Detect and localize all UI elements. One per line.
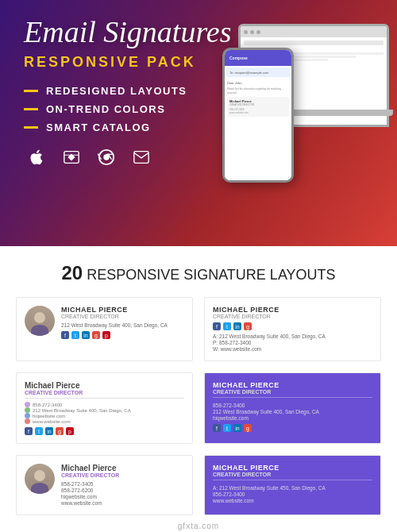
website-dot-3	[25, 413, 30, 418]
sig-info-3: Michael Pierce CREATIVE DIRECTOR 858-272…	[25, 381, 184, 435]
chrome-icon	[94, 145, 119, 170]
feature-bullet-2	[24, 108, 38, 110]
google-icon-4: g	[244, 424, 252, 432]
signatures-grid: MICHAEL PIERCE Creative Director 212 Wes…	[16, 297, 381, 515]
hero-subtitle: RESPONSIVE PACK	[24, 54, 373, 71]
signature-card-5: Michael Pierce CREATIVE DIRECTOR 858-272…	[16, 455, 193, 515]
sig-info-2: MICHAEL PIERCE Creative Director f t in …	[213, 306, 372, 352]
sig-socials-1: f t in g p	[61, 331, 184, 339]
sig-name-5: Michael Pierce	[61, 464, 184, 472]
feature-bullet-3	[24, 126, 38, 129]
feature-label-2: ON-TREND COLORS	[46, 103, 165, 115]
linkedin-icon-4: in	[233, 424, 241, 432]
sig-phone-3: 858-272-3400	[33, 403, 62, 407]
main-content: 20 RESPONSIVE SIGNATURE LAYOUTS MICHAEL …	[0, 246, 397, 532]
linkedin-icon-1: in	[82, 331, 90, 339]
sig-phone2-5: 858-272-6200	[61, 488, 184, 493]
sig-website-6: www.website.com	[213, 498, 372, 503]
sig-role-5: CREATIVE DIRECTOR	[61, 472, 184, 478]
sig-role-1: Creative Director	[61, 314, 184, 319]
sig-socials-4: f t in g	[213, 424, 372, 432]
sig-website2-3: www.website.com	[33, 419, 71, 424]
feature-label-3: SMART CATALOG	[46, 121, 151, 133]
facebook-icon-2: f	[213, 322, 221, 330]
section-description: RESPONSIVE SIGNATURE LAYOUTS	[87, 267, 335, 283]
svg-rect-3	[134, 151, 148, 163]
linkedin-icon-2: in	[233, 322, 241, 330]
outlook-icon	[59, 145, 84, 170]
hero-title: Email Signatures	[24, 16, 373, 49]
sig-role-3: CREATIVE DIRECTOR	[25, 390, 184, 399]
avatar-head-5	[34, 470, 45, 481]
sig-role-4: CREATIVE DIRECTOR	[213, 389, 372, 398]
section-title: 20 RESPONSIVE SIGNATURE LAYOUTS	[16, 262, 381, 284]
sig-website-2: W: www.website.com	[213, 346, 372, 352]
hero-feature-1: REDESIGNED LAYOUTS	[24, 85, 373, 97]
google-icon-3: g	[56, 427, 64, 435]
phone-dot-3	[25, 402, 30, 407]
google-icon-1: g	[92, 331, 100, 339]
sig-card-inner-5: Michael Pierce CREATIVE DIRECTOR 858-272…	[25, 464, 184, 507]
section-count: 20	[61, 262, 83, 283]
sig-address-1: 212 West Broadway Suite 400, San Diego, …	[61, 322, 184, 328]
apple-icon	[24, 145, 49, 170]
sig-address-3: 212 West Broadway Suite 400, San Diego, …	[33, 408, 131, 413]
sig-address-4: 212 West Broadway Suite 400, San Diego, …	[213, 409, 372, 414]
signature-card-6: Michael Pierce CREATIVE DIRECTOR A: 212 …	[204, 455, 381, 515]
signature-card-3: Michael Pierce CREATIVE DIRECTOR 858-272…	[16, 372, 193, 444]
sig-name-6: Michael Pierce	[213, 464, 372, 472]
sig-phone-4: 858-272-3400	[213, 403, 372, 408]
google-icon-2: g	[244, 322, 252, 330]
signature-card-4: Michael Pierce CREATIVE DIRECTOR 858-272…	[204, 372, 381, 444]
sig-website2-row-3: www.website.com	[25, 418, 184, 424]
sig-socials-2: f t in g	[213, 322, 372, 330]
website2-dot-3	[25, 418, 30, 424]
gmail-icon	[129, 145, 154, 170]
watermark-text: gfxta.com	[16, 522, 381, 530]
signature-card-1: MICHAEL PIERCE Creative Director 212 Wes…	[16, 297, 193, 361]
hero-feature-3: SMART CATALOG	[24, 121, 373, 133]
feature-label-1: REDESIGNED LAYOUTS	[46, 85, 187, 97]
sig-avatar-5	[25, 464, 55, 494]
sig-phone-row-3: 858-272-3400	[25, 402, 184, 407]
hero-content: Email Signatures RESPONSIVE PACK REDESIG…	[24, 16, 373, 170]
twitter-icon-2: t	[223, 322, 231, 330]
sig-address-2: A: 212 West Broadway Suite 400, San Dieg…	[213, 333, 372, 339]
sig-info-6: Michael Pierce CREATIVE DIRECTOR A: 212 …	[213, 464, 372, 503]
sig-website-row-3: hiqwebsite.com	[25, 413, 184, 418]
avatar-head-1	[34, 312, 45, 323]
facebook-icon-3: f	[25, 427, 33, 435]
sig-info-4: Michael Pierce CREATIVE DIRECTOR 858-272…	[213, 381, 372, 432]
sig-website-5: hiqwebsite.com	[61, 494, 184, 499]
sig-avatar-1	[25, 306, 55, 336]
sig-website2-5: www.website.com	[61, 500, 184, 506]
address-dot-3	[25, 407, 30, 413]
sig-website-4: hiqwebsite.com	[213, 415, 372, 421]
avatar-figure-1	[25, 306, 55, 336]
twitter-icon-4: t	[223, 424, 231, 432]
hero-section: Email content preview Michael Pierce CRE…	[0, 0, 397, 246]
sig-card-inner-1: MICHAEL PIERCE Creative Director 212 Wes…	[25, 306, 184, 339]
sig-phone-6: 856-272-3400	[213, 492, 372, 497]
sig-socials-3: f t in g p	[25, 427, 184, 435]
signature-card-2: MICHAEL PIERCE Creative Director f t in …	[204, 297, 381, 361]
sig-address-row-3: 212 West Broadway Suite 400, San Diego, …	[25, 407, 184, 413]
hero-app-icons	[24, 145, 373, 170]
sig-phone1-5: 858-272-3405	[61, 481, 184, 487]
sig-name-3: Michael Pierce	[25, 381, 184, 390]
avatar-figure-5	[25, 464, 55, 494]
facebook-icon-1: f	[61, 331, 69, 339]
pinterest-icon-3: p	[66, 427, 74, 435]
facebook-icon-4: f	[213, 424, 221, 432]
sig-role-6: CREATIVE DIRECTOR	[213, 472, 372, 480]
pinterest-icon-1: p	[102, 331, 110, 339]
twitter-icon-3: t	[35, 427, 43, 435]
sig-name-1: MICHAEL PIERCE	[61, 306, 184, 314]
linkedin-icon-3: in	[45, 427, 53, 435]
hero-feature-2: ON-TREND COLORS	[24, 103, 373, 115]
avatar-body-1	[31, 325, 48, 336]
sig-phone-2: P: 858-272-3400	[213, 340, 372, 345]
avatar-body-5	[31, 483, 48, 494]
sig-info-1: MICHAEL PIERCE Creative Director 212 Wes…	[61, 306, 184, 339]
sig-address-6: A: 212 West Broadway Suite 450, San Dieg…	[213, 485, 372, 491]
